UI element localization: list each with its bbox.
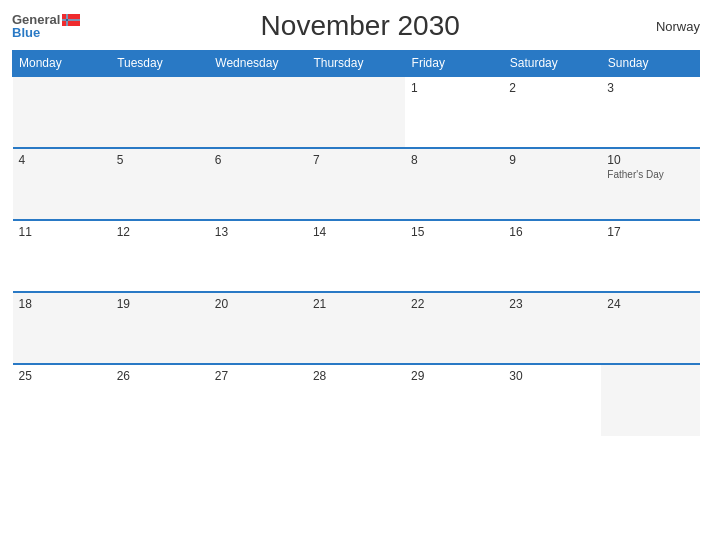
calendar-day-cell: 26	[111, 364, 209, 436]
day-number: 6	[215, 153, 301, 167]
day-number: 24	[607, 297, 693, 311]
calendar-day-cell: 22	[405, 292, 503, 364]
day-number: 19	[117, 297, 203, 311]
calendar-day-cell: 25	[13, 364, 111, 436]
calendar-day-cell	[601, 364, 699, 436]
day-number: 29	[411, 369, 497, 383]
day-number: 20	[215, 297, 301, 311]
calendar-week-row: 252627282930	[13, 364, 700, 436]
day-number: 15	[411, 225, 497, 239]
calendar-week-row: 45678910Father's Day	[13, 148, 700, 220]
day-number: 22	[411, 297, 497, 311]
calendar-day-cell: 9	[503, 148, 601, 220]
calendar-table: Monday Tuesday Wednesday Thursday Friday…	[12, 50, 700, 436]
calendar-day-cell: 1	[405, 76, 503, 148]
calendar-day-cell: 2	[503, 76, 601, 148]
calendar-day-cell	[111, 76, 209, 148]
calendar-day-cell: 16	[503, 220, 601, 292]
calendar-day-cell: 13	[209, 220, 307, 292]
day-number: 3	[607, 81, 693, 95]
calendar-day-cell	[209, 76, 307, 148]
day-number: 5	[117, 153, 203, 167]
calendar-week-row: 123	[13, 76, 700, 148]
calendar-day-cell: 12	[111, 220, 209, 292]
weekday-header-row: Monday Tuesday Wednesday Thursday Friday…	[13, 51, 700, 77]
day-number: 4	[19, 153, 105, 167]
header-tuesday: Tuesday	[111, 51, 209, 77]
calendar-week-row: 18192021222324	[13, 292, 700, 364]
calendar-container: General Blue November 2030 Norway Monday…	[0, 0, 712, 550]
day-number: 13	[215, 225, 301, 239]
header-monday: Monday	[13, 51, 111, 77]
calendar-day-cell: 23	[503, 292, 601, 364]
day-number: 1	[411, 81, 497, 95]
day-number: 27	[215, 369, 301, 383]
day-number: 10	[607, 153, 693, 167]
flag-icon	[62, 14, 80, 26]
calendar-day-cell: 28	[307, 364, 405, 436]
calendar-day-cell	[13, 76, 111, 148]
country-label: Norway	[640, 19, 700, 34]
header-thursday: Thursday	[307, 51, 405, 77]
day-number: 28	[313, 369, 399, 383]
day-number: 23	[509, 297, 595, 311]
calendar-title: November 2030	[80, 10, 640, 42]
day-number: 12	[117, 225, 203, 239]
calendar-day-cell: 20	[209, 292, 307, 364]
day-number: 8	[411, 153, 497, 167]
header-friday: Friday	[405, 51, 503, 77]
calendar-day-cell: 24	[601, 292, 699, 364]
day-number: 7	[313, 153, 399, 167]
calendar-day-cell: 30	[503, 364, 601, 436]
header-sunday: Sunday	[601, 51, 699, 77]
day-number: 16	[509, 225, 595, 239]
calendar-day-cell: 15	[405, 220, 503, 292]
calendar-day-cell: 29	[405, 364, 503, 436]
day-number: 18	[19, 297, 105, 311]
day-number: 9	[509, 153, 595, 167]
calendar-day-cell: 6	[209, 148, 307, 220]
day-number: 21	[313, 297, 399, 311]
calendar-day-cell: 18	[13, 292, 111, 364]
header-saturday: Saturday	[503, 51, 601, 77]
calendar-day-cell: 8	[405, 148, 503, 220]
day-number: 14	[313, 225, 399, 239]
holiday-name: Father's Day	[607, 169, 693, 180]
day-number: 11	[19, 225, 105, 239]
day-number: 2	[509, 81, 595, 95]
calendar-day-cell: 4	[13, 148, 111, 220]
calendar-header: General Blue November 2030 Norway	[12, 10, 700, 42]
day-number: 25	[19, 369, 105, 383]
calendar-day-cell: 21	[307, 292, 405, 364]
calendar-day-cell: 3	[601, 76, 699, 148]
calendar-day-cell: 14	[307, 220, 405, 292]
svg-rect-4	[62, 19, 80, 20]
logo: General Blue	[12, 13, 80, 39]
calendar-day-cell: 19	[111, 292, 209, 364]
calendar-day-cell: 11	[13, 220, 111, 292]
calendar-day-cell: 10Father's Day	[601, 148, 699, 220]
calendar-day-cell: 27	[209, 364, 307, 436]
day-number: 26	[117, 369, 203, 383]
header-wednesday: Wednesday	[209, 51, 307, 77]
day-number: 17	[607, 225, 693, 239]
calendar-day-cell	[307, 76, 405, 148]
calendar-week-row: 11121314151617	[13, 220, 700, 292]
calendar-day-cell: 5	[111, 148, 209, 220]
calendar-day-cell: 7	[307, 148, 405, 220]
calendar-day-cell: 17	[601, 220, 699, 292]
day-number: 30	[509, 369, 595, 383]
logo-blue: Blue	[12, 26, 80, 39]
